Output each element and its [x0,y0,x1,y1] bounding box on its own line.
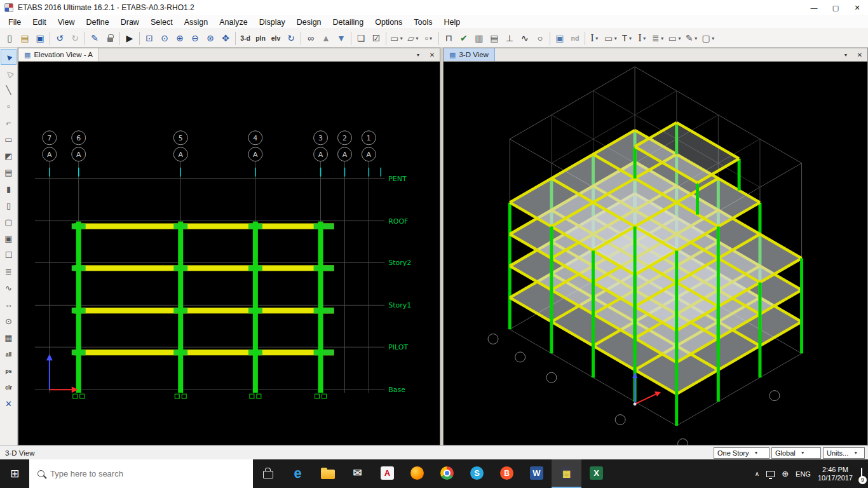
toolbar-tendon-sections-dropdown[interactable]: T▼ [620,30,635,46]
menu-item-draw[interactable]: Draw [115,16,145,29]
toolbar-wall-sections-dropdown[interactable]: ▭▼ [602,30,620,46]
toolbar-check-model[interactable]: ✔ [456,30,471,46]
tool-draw-floor-tool[interactable]: ▢ [1,214,17,230]
taskbar-clock[interactable]: 2:46 PM 10/17/2017 [818,466,853,482]
toolbar-show-spring[interactable]: ∿ [517,30,532,46]
tool-quick-draw-braces-tool[interactable]: ◩ [1,148,17,164]
tool-show-all-tool[interactable]: all [1,346,17,362]
toolbar-restore-full-view[interactable]: ⊙ [157,30,172,46]
menu-item-edit[interactable]: Edit [27,16,52,29]
elevation-canvas[interactable]: 7654321AAAAAAAPENTROOFStory2Story1PILOTB… [18,62,440,445]
tool-reshape-object-tool[interactable]: △ [1,65,17,81]
hidden-icons-chevron-icon[interactable]: ∧ [755,470,759,477]
toolbar-draw-pen-dropdown[interactable]: ✎▼ [684,30,700,46]
toolbar-frame-sections-dropdown[interactable]: I▼ [587,30,602,46]
menu-item-file[interactable]: File [3,16,27,29]
restore-button[interactable]: ▢ [825,0,846,15]
language-indicator[interactable]: ENG [796,470,811,478]
toolbar-undo[interactable]: ↺ [52,30,67,46]
tool-quick-draw-frame-tool[interactable]: ▭ [1,132,17,147]
coord-system-select[interactable]: Global ▼ [771,447,821,459]
menu-item-select[interactable]: Select [145,16,179,29]
taskbar-file-explorer[interactable] [313,459,342,488]
toolbar-elevation-view[interactable]: elv [268,30,283,46]
toolbar-new-model[interactable]: ▯ [2,30,17,46]
menu-item-detailing[interactable]: Detailing [327,16,370,29]
tool-quick-draw-wall-tool[interactable]: ▯ [1,198,17,214]
tool-draw-frame-tool[interactable]: ⌐ [1,115,17,131]
toolbar-open-model[interactable]: ▤ [17,30,32,46]
tool-draw-grid-tool[interactable]: ▦ [1,330,17,346]
toolbar-object-shrink-toggle[interactable]: ❏ [353,30,369,46]
taskbar-microsoft-store[interactable] [253,459,283,488]
tool-select-pointer-tool[interactable]: ▲ [1,49,17,65]
taskbar-excel[interactable]: X [581,459,611,488]
toolbar-rect-draw-dropdown[interactable]: ▢▼ [700,30,717,46]
search-input[interactable] [50,469,253,478]
taskbar-firefox[interactable] [402,459,432,488]
taskbar-etabs[interactable]: ▦ [552,459,581,488]
toolbar-show-picture[interactable]: ▣ [552,30,567,46]
toolbar-show-grid[interactable]: ▥ [471,30,487,46]
tool-draw-line-tool[interactable]: ╲ [1,82,17,98]
close-button[interactable]: ✕ [846,0,868,15]
tab-threed-view[interactable]: ▦ 3-D View [444,48,495,61]
network-icon[interactable] [766,471,775,477]
toolbar-zoom-in-one-step[interactable]: ⊕ [172,30,187,46]
taskbar-skype[interactable]: S [462,459,492,488]
tool-ps-tool[interactable]: ps [1,363,17,379]
taskbar-adobe-reader[interactable]: A [372,459,402,488]
minimize-button[interactable]: — [803,0,825,15]
toolbar-steel-sections-dropdown[interactable]: I▼ [635,30,650,46]
toolbar-move-down-in-list[interactable]: ▼ [334,30,349,46]
threed-canvas[interactable] [444,62,867,445]
toolbar-edit-pen[interactable]: ✎ [87,30,102,46]
toolbar-save-model[interactable]: ▣ [32,30,48,46]
tool-draw-tendon-tool[interactable]: ∿ [1,280,17,296]
taskbar-word[interactable]: W [522,459,552,488]
toolbar-draw-section-cut[interactable]: ⊓ [441,30,456,46]
tool-quick-draw-secondary-beams-tool[interactable]: ▤ [1,165,17,180]
tool-draw-reference-point-tool[interactable]: ⊙ [1,313,17,329]
threed-close-button[interactable]: ✕ [855,50,865,60]
toolbar-nd-label[interactable]: nd [567,30,583,46]
taskbar-edge[interactable]: e [283,459,313,488]
threed-tab-menu-button[interactable]: ▼ [841,50,851,60]
taskbar-mail[interactable]: ✉ [342,459,372,488]
toolbar-run-analysis[interactable]: ▶ [122,30,137,46]
menu-item-display[interactable]: Display [254,16,291,29]
tool-draw-link-tool[interactable]: ≣ [1,264,17,280]
taskbar-brave[interactable]: B [492,459,522,488]
toolbar-line-type-dropdown[interactable]: ≣▼ [650,30,667,46]
toolbar-pan[interactable]: ✥ [218,30,233,46]
tool-quick-draw-floor-tool[interactable]: ▣ [1,231,17,247]
menu-item-analyze[interactable]: Analyze [214,16,253,29]
units-select[interactable]: Units... ▼ [823,447,865,459]
toolbar-rubber-band-zoom[interactable]: ⊡ [142,30,157,46]
menu-item-options[interactable]: Options [369,16,408,29]
toolbar-lock-model[interactable] [102,30,118,46]
menu-item-help[interactable]: Help [438,16,466,29]
toolbar-perspective-toggle[interactable]: ∞ [303,30,318,46]
action-center-button[interactable]: 9 [861,468,862,480]
elevation-tab-menu-button[interactable]: ▼ [413,50,423,60]
menu-item-view[interactable]: View [52,16,81,29]
tool-draw-special-joint-tool[interactable]: ▫ [1,98,17,114]
taskbar-search[interactable] [29,459,253,488]
toolbar-assign-shell-dropdown[interactable]: ▱▼ [405,30,421,46]
toolbar-move-up-in-list[interactable]: ▲ [318,30,334,46]
toolbar-show-stripes[interactable]: ▤ [487,30,502,46]
toolbar-zoom-out-one-step[interactable]: ⊖ [187,30,203,46]
tool-draw-null-area-tool[interactable]: ☐ [1,247,17,263]
menu-item-design[interactable]: Design [291,16,327,29]
toolbar-redo[interactable]: ↻ [67,30,83,46]
start-button[interactable]: ⊞ [0,459,29,488]
toolbar-3d-view[interactable]: 3-d [238,30,253,46]
menu-item-tools[interactable]: Tools [408,16,438,29]
tab-elevation-view[interactable]: ▦ Elevation View - A [18,48,99,61]
toolbar-assign-joint-dropdown[interactable]: ▫▼ [421,30,437,46]
toolbar-show-releases[interactable]: ○ [532,30,548,46]
tool-clr-tool[interactable]: clr [1,379,17,395]
story-filter-select[interactable]: One Story ▼ [714,447,770,459]
tool-draw-wall-tool[interactable]: ▮ [1,181,17,197]
